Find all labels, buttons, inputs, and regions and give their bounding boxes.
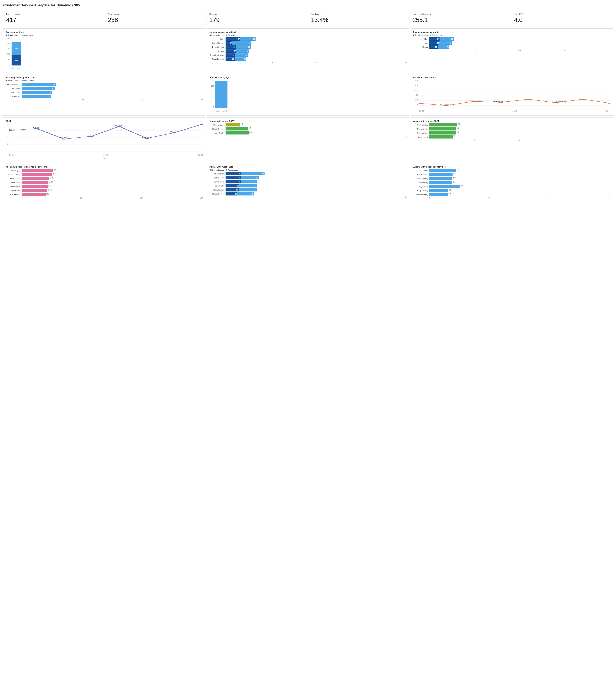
esc-y-labels: 100% 80% 60% 40% 20% 0% <box>413 80 418 105</box>
hbar-row: Query|Products2329 <box>209 57 407 61</box>
svg-text:2.8: 2.8 <box>59 137 67 139</box>
case-volume-trend-panel: Case volume trend Resolved cases Active … <box>3 28 205 72</box>
csat-title: CSAT <box>6 120 203 122</box>
hbar-row: Sharon Bentley3.8 <box>209 127 407 131</box>
svg-text:9.1%: 9.1% <box>419 101 432 103</box>
vbar-column: 238 179 <box>11 42 22 65</box>
svg-text:0.0%: 0.0% <box>439 104 452 105</box>
legend-active-dot <box>22 35 24 36</box>
most-cases-title: Agents with most cases <box>209 166 407 168</box>
kpi-handle-label: Avg. handle time (hrs) <box>413 13 508 15</box>
kpi-csat-label: Avg. CSAT <box>514 13 610 15</box>
case-volume-title: Case volume trend <box>6 31 203 33</box>
escalated-svg: 9.1% 0.0% 16.7% 12.5% 26.3% 11.1% 26.9% … <box>419 80 610 105</box>
handle-time-panel: Agents with highest avg. handle time (hr… <box>3 163 205 205</box>
kpi-incoming-label: Incoming cases <box>6 13 102 15</box>
lowest-csat-title: Agents with lowest CSAT <box>209 120 407 122</box>
hbar-row: In Progress57 <box>6 91 203 94</box>
vbar-chart: 238 179 <box>11 37 203 65</box>
open-activities-bars: Clifton Earnest545Rita Sherman470Trudy L… <box>413 169 610 196</box>
svg-text:4.6: 4.6 <box>114 124 122 126</box>
svg-text:9.0%: 9.0% <box>598 101 610 103</box>
pri-legend-a-dot <box>430 35 431 36</box>
hbar-row: Rita Sherman244.4 <box>6 185 203 188</box>
handle-time-bars: Holly Gregory294.6Sharon Bentley284.5Noa… <box>6 169 203 196</box>
vbar-resolved-seg: 179 <box>12 55 21 65</box>
kpi-active: Active cases 238 <box>105 11 206 26</box>
charts-row-1: Case volume trend Resolved cases Active … <box>3 28 613 72</box>
legend-resolved-label: Resolved cases <box>7 34 20 36</box>
incoming-by-priority-panel: Incoming cases by priority Resolved case… <box>411 28 613 72</box>
mc-legend-a-dot <box>226 169 227 171</box>
pri-legend-r-dot <box>413 35 414 36</box>
svg-point-29 <box>62 139 66 139</box>
hbar-row: Sharon Bentley284.5 <box>6 173 203 176</box>
kpi-resolved: Resolved cases 179 <box>206 11 308 26</box>
svg-text:3.2: 3.2 <box>86 134 95 136</box>
svg-text:4.0: 4.0 <box>9 128 16 130</box>
svg-point-9 <box>499 102 503 103</box>
svg-text:4.3: 4.3 <box>31 126 39 128</box>
kpi-row: Incoming cases 417 Active cases 238 Reso… <box>3 11 613 26</box>
highest-csat-title: Agents with highest CSAT <box>413 120 610 122</box>
priority-title: Incoming cases by priority <box>413 31 610 33</box>
hbar-row: Clifton Earnest4.3 <box>413 131 610 135</box>
case-volume-chart-area: 500 400 300 200 100 0 238 179 2019 Octob… <box>6 37 203 70</box>
hbar-row: Nearing Noncom...64 <box>6 83 203 86</box>
hbar-row: Noah Overby258.9 <box>6 177 203 180</box>
lowest-csat-bars: Holly Gregory2.8Sharon Bentley3.8Noah Ov… <box>209 123 407 135</box>
hbar-row: Darryl Rivero4 <box>413 135 610 139</box>
svg-text:2.9: 2.9 <box>142 136 150 138</box>
vbar-x-label: 2019 October <box>11 68 21 70</box>
open-activities-title: Agents with most open activities <box>413 166 610 168</box>
svg-point-27 <box>9 130 11 131</box>
hbar-row: Clifton Earnest2944 <box>209 172 407 175</box>
subj-legend-r-dot <box>209 35 211 36</box>
sla-bars: Nearing Noncom...64Succeeded62In Progres… <box>6 83 203 98</box>
age-x-label: 1 Week - 1 Month <box>214 110 227 112</box>
charts-row-3: CSAT 5 4 3 2 1 <box>3 118 613 161</box>
age-bar-seg: 238 <box>214 81 227 108</box>
hbar-row: Normal5272 <box>413 45 610 48</box>
hbar-row: High6488 <box>413 37 610 41</box>
svg-text:4.9: 4.9 <box>197 123 203 124</box>
svg-text:26.9%: 26.9% <box>575 97 590 99</box>
hbar-row: Noncompliant55 <box>6 95 203 98</box>
handle-time-axis: 0100200300 <box>6 197 203 199</box>
kpi-handle-value: 255.1 <box>413 17 508 23</box>
hbar-row: Low6378 <box>413 41 610 45</box>
svg-text:11.1%: 11.1% <box>548 101 563 102</box>
hbar-row: Query|Information2432 <box>209 54 407 57</box>
kpi-incoming: Incoming cases 417 <box>3 11 105 26</box>
sla-axis: 0204060 <box>6 99 203 101</box>
hbar-row: Service|Delivery1747 <box>209 41 407 45</box>
hbar-row: Noah Overby2633 <box>209 184 407 187</box>
lowest-csat-axis: 12345 <box>209 135 407 137</box>
escalated-title: Escalated case volume <box>413 76 610 79</box>
subject-axis: 020406080 <box>209 61 407 63</box>
page-title: Customer Service Analytics for Dynamics … <box>3 3 613 7</box>
most-cases-legend: Resolved cases Active cases <box>209 169 407 171</box>
vbar-active-seg: 238 <box>12 42 21 55</box>
most-cases-panel: Agents with most cases Resolved cases Ac… <box>207 163 409 205</box>
kpi-active-value: 238 <box>108 17 203 23</box>
kpi-incoming-value: 417 <box>6 17 102 23</box>
most-cases-axis: 0204060 <box>209 196 407 198</box>
svg-point-11 <box>554 102 558 103</box>
hbar-row: Trudy Lindsay4.5 <box>413 123 610 126</box>
svg-text:12.5%: 12.5% <box>493 100 508 102</box>
priority-legend: Resolved cases Active cases <box>413 34 610 36</box>
hbar-row: Query3738 <box>209 37 407 41</box>
case-volume-legend: Resolved cases Active cases <box>6 34 203 36</box>
kpi-resolved-value: 179 <box>209 17 305 23</box>
svg-point-6 <box>419 103 421 104</box>
svg-text:16.7%: 16.7% <box>466 99 481 101</box>
hbar-row: Succeeded62 <box>6 87 203 90</box>
highest-csat-bars: Trudy Lindsay4.5Rita Sherman4.3Clifton E… <box>413 123 610 139</box>
sla-panel: Incoming cases by SLA status Resolved ca… <box>3 74 205 116</box>
sla-legend-r-dot <box>6 80 7 81</box>
hbar-row: Holly Gregory385 <box>413 189 610 192</box>
kpi-handle-time: Avg. handle time (hrs) 255.1 <box>410 11 511 26</box>
age-chart-area: 250 200 150 100 50 0 238 1 Week - 1 Mont… <box>209 80 407 112</box>
handle-time-title: Agents with highest avg. handle time (hr… <box>6 166 203 168</box>
